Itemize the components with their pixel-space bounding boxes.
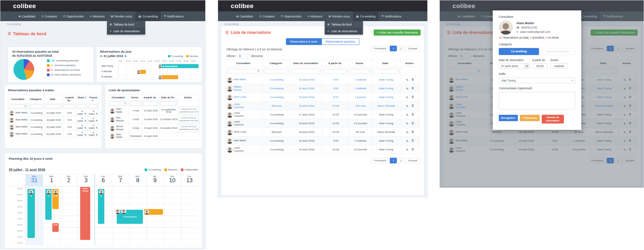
calendar-day-header[interactable]: Jeu.9 bbox=[146, 174, 163, 186]
table-row[interactable]: Alain Mattis Co-working 18 juillet 2018 … bbox=[8, 116, 99, 123]
edit-icon[interactable]: ✎ bbox=[406, 79, 409, 82]
reservation-bar-wozniak[interactable] bbox=[137, 70, 146, 74]
calendar-day-header[interactable]: Ven.3 bbox=[77, 174, 94, 186]
reservation-bar-hamilton[interactable] bbox=[159, 75, 178, 79]
edit-icon[interactable]: ✎ bbox=[96, 119, 98, 122]
nav-item[interactable]: ☕Co-working bbox=[353, 11, 379, 21]
consultant-name[interactable]: Linda Coluchon bbox=[234, 112, 249, 117]
edit-icon[interactable]: ✎ bbox=[85, 112, 87, 115]
prev-page-button[interactable]: Précédent bbox=[371, 158, 389, 163]
quarantine-action-button[interactable]: prévenir la fin de quarantaine par mail bbox=[179, 107, 199, 114]
consultant-name[interactable]: Linda Coluchon bbox=[234, 120, 249, 126]
delete-icon[interactable] bbox=[411, 104, 414, 107]
event-indispo-aug1[interactable]: S W bbox=[52, 223, 59, 232]
cancel-reservation-button[interactable]: Annuler la réservation bbox=[542, 115, 564, 123]
end-date-filter[interactable]: ↕ bbox=[160, 101, 177, 105]
delete-icon[interactable] bbox=[411, 113, 414, 116]
delete-icon[interactable] bbox=[411, 95, 414, 99]
table-row[interactable]: Alain Mattis 1 mois 10 août 2018 10 sept… bbox=[109, 106, 200, 115]
category-reunion-button[interactable]: Réunion consultant bbox=[541, 48, 575, 55]
page-number-button[interactable]: 1 bbox=[390, 158, 396, 163]
event-coworking-jul31[interactable]: S bbox=[28, 189, 35, 238]
table-row[interactable]: Linda Coluchon Réunion 10 août 2018 13:0… bbox=[226, 102, 420, 110]
event-coworking-aug1[interactable]: S bbox=[45, 189, 52, 220]
calendar-day-header[interactable]: Jeu.2 bbox=[60, 174, 77, 186]
from-filter[interactable]: ↕ bbox=[64, 104, 75, 108]
calendar-day-header[interactable]: Mer.8 bbox=[129, 174, 146, 186]
quarantine-action-button[interactable]: prévenir la fin de quarantaine par mail bbox=[179, 124, 199, 132]
table-row[interactable]: Alain Mattis Permanent 10 août 2018 bbox=[109, 133, 200, 140]
date-filter[interactable]: ↕ bbox=[45, 104, 62, 108]
edit-icon[interactable]: ✎ bbox=[406, 96, 409, 99]
calendar-day-header[interactable]: Lun.13 bbox=[181, 174, 198, 186]
consultant-name[interactable]: Alain Mattis bbox=[234, 139, 249, 142]
consultant-search-input[interactable] bbox=[9, 104, 28, 108]
table-row[interactable]: Anne Lucas Co-working 10 août 2018 9:00 … bbox=[226, 93, 420, 102]
column-header[interactable]: Action↕ bbox=[400, 60, 420, 67]
column-header[interactable]: Freezé ?↕ bbox=[88, 95, 99, 104]
nav-item[interactable]: ☰Comptes bbox=[39, 11, 60, 21]
event-group-aug7[interactable]: 4 réservations bbox=[117, 210, 143, 224]
consultant-name[interactable]: Alain Mattis bbox=[234, 78, 249, 81]
table-row[interactable]: Alain Mattis Co-working 19 août 2018 9:0… bbox=[226, 137, 420, 145]
duration-filter[interactable]: ↕ bbox=[130, 101, 142, 105]
column-header[interactable]: Consultant↕ bbox=[226, 60, 263, 67]
event-reunion-aug8[interactable] bbox=[144, 209, 163, 215]
page-number-button[interactable]: 2 bbox=[398, 158, 405, 163]
reservation-bar-alain-turing[interactable]: 4 réservations bbox=[159, 64, 199, 68]
consultant-name[interactable]: Linda Coluchon bbox=[234, 147, 249, 152]
table-row[interactable]: Alain Mattis Co-working 10 juillet 2018 … bbox=[8, 109, 99, 116]
column-header[interactable]: à partir de↕ bbox=[63, 95, 76, 104]
duration-input[interactable]: matinée bbox=[550, 63, 568, 69]
consultant-name[interactable]: William Ducras bbox=[234, 86, 249, 91]
column-header[interactable]: Salle↕ bbox=[372, 60, 400, 67]
table-row[interactable]: Alain Mattis Co-working 10 août 2018 9:0… bbox=[226, 76, 420, 84]
return-button[interactable]: + Retourner bbox=[520, 115, 540, 121]
delete-icon[interactable] bbox=[411, 148, 414, 151]
duration-filter[interactable]: ↕ bbox=[350, 69, 371, 73]
column-header[interactable]: Action↕ bbox=[178, 95, 200, 101]
calendar-day-header[interactable]: Mar.7 bbox=[112, 174, 129, 186]
date-filter[interactable]: ↕ bbox=[292, 69, 321, 73]
column-header[interactable]: Date↕ bbox=[44, 95, 63, 104]
column-header[interactable]: à partir de↕ bbox=[143, 95, 159, 101]
nav-item[interactable]: ▦Rendez-vous bbox=[325, 11, 353, 21]
event-indispo-aug3[interactable]: Alain Turing bbox=[80, 187, 90, 240]
category-filter[interactable]: ↕ bbox=[264, 69, 289, 73]
calendar-day-header[interactable]: Ven.10 bbox=[163, 174, 180, 186]
consultant-search-input[interactable] bbox=[227, 69, 261, 73]
nav-item[interactable]: ⚑Notifications bbox=[161, 11, 186, 21]
consultant-name[interactable]: Anne Lucas bbox=[234, 131, 249, 133]
category-filter[interactable]: ↕ bbox=[30, 104, 43, 108]
column-header[interactable]: Date de réservation↕ bbox=[291, 60, 322, 67]
edit-icon[interactable]: ✎ bbox=[96, 112, 98, 115]
date-input[interactable]: 07 août 2018▦ bbox=[499, 63, 530, 69]
column-header[interactable]: Catégorie↕ bbox=[29, 95, 44, 104]
delete-icon[interactable] bbox=[411, 130, 414, 134]
page-size-select[interactable]: 9↕ bbox=[237, 54, 250, 58]
table-row[interactable]: Alain Mattis Co-working 22 juillet 2018 … bbox=[8, 131, 99, 138]
nav-item[interactable]: ⚑Notifications bbox=[378, 11, 404, 21]
from-time-input[interactable]: 09:00 bbox=[532, 63, 548, 69]
dropdown-item[interactable]: ≣Liste de réservations bbox=[107, 28, 145, 35]
column-header[interactable]: Catégorie↕ bbox=[263, 60, 291, 67]
edit-icon[interactable]: ✎ bbox=[96, 134, 98, 137]
column-header[interactable]: Durée↕ bbox=[129, 95, 143, 101]
nav-item[interactable]: ⚙Opportunités bbox=[60, 11, 87, 21]
page-number-button[interactable]: 2 bbox=[398, 46, 405, 51]
edit-icon[interactable]: ✎ bbox=[96, 127, 98, 130]
column-header[interactable]: Consultant↕ bbox=[109, 95, 129, 101]
table-row[interactable]: William Ducras Co-working 10 août 2018 9… bbox=[226, 84, 420, 93]
nav-item[interactable]: ☰Comptes bbox=[256, 11, 278, 21]
calendar-day-header[interactable]: Mer.1 bbox=[43, 174, 60, 186]
event-coworking-aug6[interactable]: S bbox=[98, 189, 104, 224]
table-row[interactable]: Linda Coluchon Co-working 19 août 2018 1… bbox=[226, 145, 420, 154]
edit-icon[interactable]: ✎ bbox=[85, 119, 87, 122]
tab[interactable]: Réservations passées bbox=[322, 38, 360, 45]
nav-item[interactable]: ➤Missions bbox=[87, 11, 108, 21]
consultant-name[interactable]: Anne Lucas bbox=[234, 96, 249, 98]
page-number-button[interactable]: 1 bbox=[390, 46, 396, 51]
nav-item[interactable]: ◉Candidats bbox=[15, 11, 39, 21]
nav-item[interactable]: ☕Co-working bbox=[135, 11, 161, 21]
comment-textarea[interactable] bbox=[499, 92, 575, 109]
